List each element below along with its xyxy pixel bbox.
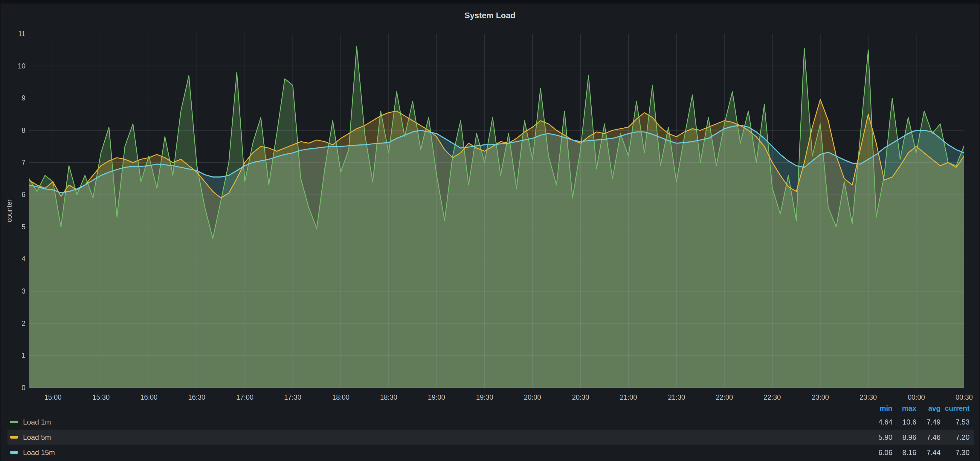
x-tick-label: 15:00 bbox=[35, 391, 71, 403]
x-tick-label: 00:30 bbox=[946, 391, 980, 403]
y-tick-label: 9 bbox=[1, 94, 25, 102]
x-tick-label: 16:30 bbox=[179, 391, 215, 403]
load-5m-color-swatch[interactable] bbox=[10, 436, 18, 439]
plot-area[interactable] bbox=[29, 34, 964, 388]
load-1m-color-swatch[interactable] bbox=[10, 421, 18, 423]
x-tick-label: 19:30 bbox=[467, 391, 503, 403]
x-tick-label: 20:30 bbox=[563, 391, 598, 403]
x-tick-label: 18:30 bbox=[371, 391, 407, 403]
load-1m-min-value: 4.64 bbox=[865, 418, 892, 426]
load-5m-current-value: 7.20 bbox=[940, 433, 969, 442]
grafana-page: System Load counter 01234567891011 15:00… bbox=[0, 0, 980, 461]
x-tick-label: 22:00 bbox=[706, 391, 742, 403]
legend-row-load-15m[interactable]: Load 15m6.068.167.447.30 bbox=[8, 445, 974, 460]
load-5m-max-value: 8.96 bbox=[892, 433, 916, 442]
legend-header-row: minmaxavgcurrent bbox=[8, 402, 974, 414]
legend-sort-min[interactable]: min bbox=[865, 404, 892, 413]
y-tick-label: 8 bbox=[1, 126, 25, 134]
x-tick-label: 16:00 bbox=[131, 391, 167, 403]
load-15m-avg-value: 7.44 bbox=[916, 448, 940, 457]
legend-row-load-1m[interactable]: Load 1m4.6410.67.497.53 bbox=[8, 414, 974, 429]
load-1m-max-value: 10.6 bbox=[892, 418, 916, 426]
y-axis-tick-labels: 01234567891011 bbox=[1, 34, 25, 388]
load-15m-max-value: 8.16 bbox=[892, 448, 916, 457]
load-15m-color-swatch[interactable] bbox=[10, 451, 18, 454]
y-tick-label: 6 bbox=[1, 191, 25, 199]
y-tick-label: 11 bbox=[1, 30, 25, 38]
panel-title: System Load bbox=[1, 11, 979, 20]
x-tick-label: 23:30 bbox=[850, 391, 886, 403]
y-tick-label: 7 bbox=[1, 159, 25, 167]
x-tick-label: 22:30 bbox=[754, 391, 790, 403]
load-15m-min-value: 6.06 bbox=[865, 448, 892, 457]
system-load-chart[interactable] bbox=[29, 34, 964, 388]
legend-sort-max[interactable]: max bbox=[892, 404, 916, 413]
system-load-panel: System Load counter 01234567891011 15:00… bbox=[1, 3, 979, 461]
load-15m-label[interactable]: Load 15m bbox=[23, 448, 55, 457]
x-tick-label: 21:30 bbox=[659, 391, 695, 403]
x-tick-label: 00:00 bbox=[898, 391, 934, 403]
legend: minmaxavgcurrent Load 1m4.6410.67.497.53… bbox=[8, 402, 974, 460]
x-tick-label: 17:30 bbox=[275, 391, 310, 403]
y-tick-label: 0 bbox=[1, 384, 25, 392]
load-1m-avg-value: 7.49 bbox=[916, 418, 940, 426]
legend-sort-avg[interactable]: avg bbox=[916, 404, 940, 413]
load-5m-min-value: 5.90 bbox=[865, 433, 892, 442]
y-tick-label: 3 bbox=[1, 287, 25, 295]
x-axis-tick-labels: 15:0015:3016:0016:3017:0017:3018:0018:30… bbox=[29, 391, 964, 403]
x-tick-label: 19:00 bbox=[418, 391, 454, 403]
y-tick-label: 5 bbox=[1, 223, 25, 231]
x-tick-label: 20:00 bbox=[514, 391, 550, 403]
legend-row-load-5m[interactable]: Load 5m5.908.967.467.20 bbox=[8, 429, 974, 445]
x-tick-label: 15:30 bbox=[83, 391, 119, 403]
load-1m-label[interactable]: Load 1m bbox=[23, 418, 51, 426]
x-tick-label: 23:00 bbox=[802, 391, 838, 403]
x-tick-label: 17:00 bbox=[227, 391, 263, 403]
x-tick-label: 21:00 bbox=[611, 391, 646, 403]
load-5m-label[interactable]: Load 5m bbox=[23, 433, 51, 442]
load-15m-current-value: 7.30 bbox=[940, 448, 969, 457]
y-tick-label: 10 bbox=[1, 62, 25, 70]
x-tick-label: 18:00 bbox=[323, 391, 359, 403]
y-tick-label: 1 bbox=[1, 351, 25, 359]
legend-sort-current[interactable]: current bbox=[940, 404, 969, 413]
y-tick-label: 2 bbox=[1, 320, 25, 327]
y-tick-label: 4 bbox=[1, 255, 25, 263]
load-5m-avg-value: 7.46 bbox=[916, 433, 940, 442]
load-1m-current-value: 7.53 bbox=[940, 418, 969, 426]
